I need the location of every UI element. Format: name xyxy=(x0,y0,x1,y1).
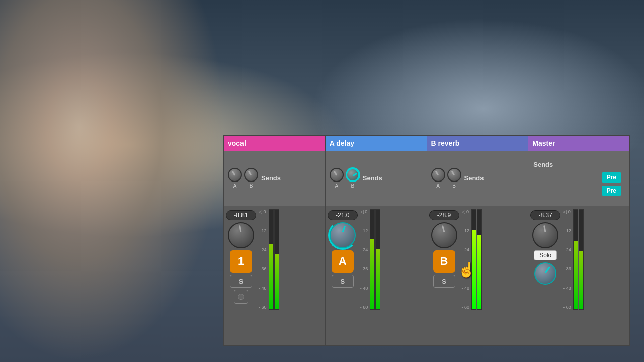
meter-right-vocal xyxy=(274,209,279,310)
controls-col-vocal: -8.81 1 S xyxy=(226,209,256,342)
sends-knobs-adelay: A B xyxy=(330,168,360,189)
sends-label-vocal: Sends xyxy=(261,174,281,182)
send-a-knob-breverb[interactable] xyxy=(431,168,445,182)
knob-indicator xyxy=(333,171,337,176)
value-display-adelay: -21.0 xyxy=(328,210,358,220)
s-button-vocal[interactable]: S xyxy=(230,275,252,288)
meter-right-master xyxy=(579,209,584,310)
headphone-knob-master[interactable] xyxy=(534,262,556,285)
controls-col-adelay: -21.0 A S xyxy=(328,209,358,342)
fader-inner-master: -8.37 Solo ◁ 0 - 12 - 24 - 36 - xyxy=(530,209,627,342)
controls-col-breverb: -28.9 B S xyxy=(429,209,459,342)
knob-indicator xyxy=(451,171,455,176)
sends-section-adelay: A B Sends xyxy=(326,151,427,206)
s-label: S xyxy=(239,278,244,285)
fader-inner-adelay: -21.0 A S ◁ 0 - 12 - 24 xyxy=(328,209,425,342)
send-b-knob-vocal[interactable] xyxy=(244,168,258,182)
knob-indicator xyxy=(232,171,236,176)
channel-knob-adelay[interactable] xyxy=(330,222,356,248)
meter-fill-right xyxy=(275,254,279,309)
send-b-knob-container-vocal: B xyxy=(244,168,258,189)
rec-button-vocal[interactable] xyxy=(234,290,248,304)
send-a-knob-container-adelay: A xyxy=(330,168,344,189)
sends-label-master: Sends xyxy=(533,161,553,168)
knob-indicator xyxy=(441,225,445,232)
meter-fill-right xyxy=(477,235,481,310)
sends-knobs-breverb: A B xyxy=(431,168,461,189)
channel-num-button-adelay[interactable]: A xyxy=(332,250,354,273)
knob-indicator xyxy=(248,171,252,176)
send-b-knob-container-breverb: B xyxy=(447,168,461,189)
sends-section-master: Sends Pre Pre xyxy=(528,151,629,206)
channel-adelay: A delay A B Sends xyxy=(326,136,427,345)
fader-section-adelay: -21.0 A S ◁ 0 - 12 - 24 xyxy=(326,206,427,345)
knob-indicator xyxy=(239,225,242,232)
meter-right-breverb xyxy=(477,209,482,310)
channel-vocal: vocal A B Sends xyxy=(224,136,326,345)
s-label: S xyxy=(442,278,446,285)
send-b-label-breverb: B xyxy=(452,183,456,189)
pre-buttons-master: Pre Pre xyxy=(602,172,625,196)
fader-section-breverb: -28.9 B S ◁ 0 - 12 - 24 xyxy=(427,206,528,345)
knob-indicator xyxy=(543,225,546,232)
person-overlay xyxy=(0,0,226,362)
s-button-adelay[interactable]: S xyxy=(332,275,354,288)
knob-indicator xyxy=(545,266,550,273)
s-label: S xyxy=(340,278,345,285)
mixer-panel: vocal A B Sends xyxy=(223,135,630,346)
vu-meter-breverb xyxy=(471,209,482,310)
meter-left-vocal xyxy=(269,209,274,310)
channel-master: Master Sends Pre Pre -8.37 Solo xyxy=(528,136,629,345)
channel-header-master: Master xyxy=(528,136,629,151)
rec-dot xyxy=(238,294,244,300)
channel-num-button-vocal[interactable]: 1 xyxy=(230,250,252,273)
s-button-breverb[interactable]: S xyxy=(433,275,455,288)
vu-meter-vocal xyxy=(269,209,279,310)
channel-name-master: Master xyxy=(532,139,555,147)
fader-section-vocal: -8.81 1 S ◁ 0 xyxy=(224,206,325,345)
scale-labels-vocal: ◁ 0 - 12 - 24 - 36 - 48 - 60 xyxy=(258,209,268,310)
send-a-knob-adelay[interactable] xyxy=(330,168,344,182)
meter-fill-right xyxy=(376,249,380,309)
meter-col-master: ◁ 0 - 12 - 24 - 36 - 48 - 60 xyxy=(562,209,584,342)
value-display-vocal: -8.81 xyxy=(226,210,256,220)
fader-inner-vocal: -8.81 1 S ◁ 0 xyxy=(226,209,323,342)
send-b-label-vocal: B xyxy=(250,183,253,189)
knob-indicator xyxy=(342,225,346,232)
send-b-knob-breverb[interactable] xyxy=(447,168,461,182)
meter-fill-right xyxy=(579,251,583,309)
channel-header-adelay: A delay xyxy=(326,136,427,151)
send-b-knob-container-adelay: B xyxy=(346,168,360,189)
channel-num-button-breverb[interactable]: B xyxy=(433,250,455,273)
channel-name-breverb: B reverb xyxy=(431,139,460,147)
send-b-knob-adelay[interactable] xyxy=(346,168,360,182)
meter-col-adelay: ◁ 0 - 12 - 24 - 36 - 48 - 60 xyxy=(359,209,381,342)
send-a-knob-container-vocal: A xyxy=(228,168,242,189)
sends-knobs-vocal: A B xyxy=(228,168,258,189)
knob-indicator xyxy=(352,173,357,177)
pre-button-1-master[interactable]: Pre xyxy=(602,172,621,183)
channel-header-breverb: B reverb xyxy=(427,136,528,151)
channel-knob-master[interactable] xyxy=(532,222,558,248)
send-a-label-vocal: A xyxy=(233,183,237,189)
meter-right-adelay xyxy=(375,209,380,310)
sends-label-adelay: Sends xyxy=(363,174,382,182)
pre-button-2-master[interactable]: Pre xyxy=(602,186,621,196)
channel-name-vocal: vocal xyxy=(228,139,246,147)
channel-num-label: A xyxy=(339,255,347,268)
send-a-knob-vocal[interactable] xyxy=(228,168,242,182)
sends-row-master: Sends xyxy=(532,161,625,168)
channel-breverb: B reverb A B Sends xyxy=(427,136,529,345)
sends-section-breverb: A B Sends xyxy=(427,151,528,206)
meter-left-master xyxy=(573,209,578,310)
meter-col-vocal: ◁ 0 - 12 - 24 - 36 - 48 - 60 xyxy=(258,209,279,342)
scale-labels-adelay: ◁ 0 - 12 - 24 - 36 - 48 - 60 xyxy=(359,209,369,310)
channel-knob-breverb[interactable] xyxy=(431,222,457,248)
channel-knob-vocal[interactable] xyxy=(228,222,254,248)
vu-meter-adelay xyxy=(370,209,380,310)
vu-meter-master xyxy=(573,209,584,310)
meter-fill-left xyxy=(574,241,578,309)
channel-name-adelay: A delay xyxy=(330,139,354,147)
solo-button-master[interactable]: Solo xyxy=(534,250,557,260)
meter-left-adelay xyxy=(370,209,375,310)
